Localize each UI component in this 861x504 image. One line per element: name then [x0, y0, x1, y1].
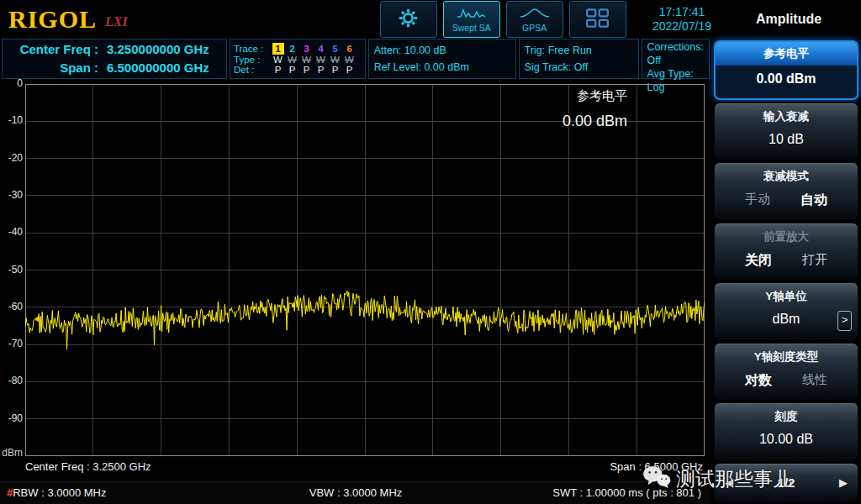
rbw-readout: #RBW : 3.0000 MHz — [7, 486, 107, 499]
info-bar: Center Freq : 3.250000000 GHz Span : 6.5… — [0, 39, 711, 79]
pager-next-icon[interactable]: ▶ — [839, 476, 848, 489]
gaussian-pulse-icon — [520, 7, 549, 22]
mode-gpsa-label: GPSA — [522, 23, 547, 33]
settings-button[interactable] — [380, 1, 437, 38]
trace-6-det: P — [342, 65, 357, 75]
swept-waveform-icon — [457, 7, 486, 22]
frequency-readout-box: Center Freq : 3.250000000 GHz Span : 6.5… — [2, 39, 227, 79]
lxi-badge: LXI — [105, 14, 128, 29]
y-scale-linear-option[interactable]: 线性 — [802, 372, 827, 390]
amplitude-status-box: Atten: 10.00 dB Ref Level: 0.00 dBm — [368, 39, 516, 79]
softkey-preamp[interactable]: 前置放大 关闭 打开 — [714, 223, 858, 281]
trace-2-det: P — [285, 65, 299, 75]
trace-3-type: W — [299, 55, 314, 65]
trace-4-det: P — [314, 65, 328, 75]
date-display: 2022/07/19 — [652, 19, 711, 34]
wechat-icon — [642, 465, 671, 492]
ref-level-annotation: 参考电平 0.00 dBm — [563, 88, 627, 130]
atten-readout: Atten: 10.00 dB — [374, 44, 510, 57]
sig-track-readout: Sig Track: Off — [525, 60, 633, 74]
y-axis-tick: -10 — [0, 114, 23, 126]
trace-det-label: Det : — [234, 65, 271, 75]
clock: 17:17:41 2022/07/19 — [652, 5, 711, 34]
spectrum-graticule — [25, 84, 705, 456]
spectrum-analyzer-screen: RIGOL LXI — [0, 0, 861, 504]
atten-mode-button-label: 衰减模式 — [715, 169, 858, 184]
trig-readout: Trig: Free Run — [525, 44, 633, 57]
ref-level-button-label: 参考电平 — [716, 42, 857, 66]
input-atten-button-label: 输入衰减 — [715, 109, 858, 124]
mode-gpsa-button[interactable]: GPSA — [506, 1, 563, 38]
corrections-status-box: Corrections: Off Avg Type: Log — [642, 39, 710, 79]
softkey-ref-level[interactable]: 参考电平 0.00 dBm — [714, 40, 858, 100]
trace-6-type: W — [342, 55, 357, 65]
time-display: 17:17:41 — [652, 5, 711, 19]
trace-1-det: P — [271, 65, 285, 75]
center-freq-label: Center Freq : — [8, 41, 98, 58]
trace-2-badge[interactable]: 2 — [287, 43, 298, 55]
trace-4-badge[interactable]: 4 — [315, 43, 327, 55]
ref-level-readout: Ref Level: 0.00 dBm — [374, 60, 510, 74]
ref-level-button-value: 0.00 dBm — [716, 71, 857, 87]
mode-swept-sa-label: Swept SA — [452, 23, 491, 33]
watermark: 测试那些事儿 — [642, 465, 792, 492]
y-axis-tick: -50 — [0, 264, 23, 276]
plot-footer: Center Freq : 3.2500 GHz Span : 6.5000 G… — [0, 459, 711, 477]
y-unit-button-label: Y轴单位 — [715, 289, 858, 304]
trace-4-type: W — [314, 55, 328, 65]
trace-1-badge[interactable]: 1 — [272, 43, 284, 55]
input-atten-button-value: 10 dB — [715, 132, 858, 147]
y-axis-tick: -40 — [0, 226, 23, 238]
trace-1-type: W — [271, 55, 285, 65]
preamp-on-option[interactable]: 打开 — [802, 252, 827, 270]
y-axis-tick: -70 — [0, 338, 23, 349]
y-axis-tick: -90 — [0, 412, 23, 424]
y-axis-tick: -80 — [0, 375, 23, 386]
ref-level-annotation-value: 0.00 dBm — [563, 113, 627, 130]
scale-button-label: 刻度 — [715, 409, 858, 424]
center-freq-value: 3.250000000 GHz — [107, 41, 209, 58]
preamp-button-label: 前置放大 — [715, 229, 858, 244]
softkey-y-unit[interactable]: Y轴单位 dBm > — [714, 282, 858, 340]
y-axis-unit: dBm — [0, 447, 23, 459]
trigger-status-box: Trig: Free Run Sig Track: Off — [519, 39, 639, 79]
chevron-right-icon: > — [837, 311, 852, 331]
y-axis-tick: 0 — [0, 77, 23, 89]
trace-5-type: W — [328, 55, 342, 65]
softkey-menu: 参考电平 0.00 dBm 输入衰减 10 dB 衰减模式 手动 自动 前置放大… — [711, 39, 861, 504]
trace-3-det: P — [299, 65, 314, 75]
softkey-y-scale-type[interactable]: Y轴刻度类型 对数 线性 — [714, 343, 858, 401]
trace-5-det: P — [328, 65, 342, 75]
y-scale-type-button-label: Y轴刻度类型 — [715, 349, 858, 365]
footer-center-freq: Center Freq : 3.2500 GHz — [25, 460, 151, 473]
trace-type-label: Type : — [234, 55, 271, 65]
spectrum-display: 0-10-20-30-40-50-60-70-80-90 dBm 参考电平 0.… — [0, 80, 711, 504]
y-axis-tick: -20 — [0, 152, 23, 164]
preamp-off-option[interactable]: 关闭 — [745, 252, 772, 270]
softkey-scale[interactable]: 刻度 10.00 dB — [714, 402, 858, 460]
trace-3-badge[interactable]: 3 — [301, 43, 313, 55]
menu-title: Amplitude — [716, 12, 861, 27]
y-scale-log-option[interactable]: 对数 — [745, 372, 772, 390]
trace-label: Trace : — [234, 44, 271, 54]
scale-button-value: 10.00 dB — [715, 432, 858, 447]
atten-mode-auto-option[interactable]: 自动 — [800, 192, 827, 209]
mode-swept-sa-button[interactable]: Swept SA — [443, 1, 500, 38]
y-axis-tick: -60 — [0, 301, 23, 312]
y-axis-tick: -30 — [0, 189, 23, 201]
window-layout-button[interactable] — [569, 1, 626, 38]
trace-5-badge[interactable]: 5 — [330, 43, 341, 55]
bandwidth-bar: #RBW : 3.0000 MHz VBW : 3.0000 MHz SWT :… — [0, 481, 711, 504]
atten-mode-manual-option[interactable]: 手动 — [745, 192, 770, 209]
trace-status-box: Trace : 1 2 3 4 5 6 Type : W W W W W W D… — [230, 39, 366, 79]
softkey-input-atten[interactable]: 输入衰减 10 dB — [714, 102, 858, 160]
ref-level-annotation-label: 参考电平 — [563, 88, 627, 104]
trace-6-badge[interactable]: 6 — [344, 43, 356, 55]
trace-2-type: W — [285, 55, 299, 65]
watermark-text: 测试那些事儿 — [676, 466, 792, 492]
span-label: Span : — [8, 60, 98, 76]
softkey-atten-mode[interactable]: 衰减模式 手动 自动 — [714, 162, 858, 220]
top-bar: RIGOL LXI — [0, 0, 861, 39]
toolbar: Swept SA GPSA — [380, 1, 626, 38]
span-value: 6.500000000 GHz — [107, 60, 209, 76]
